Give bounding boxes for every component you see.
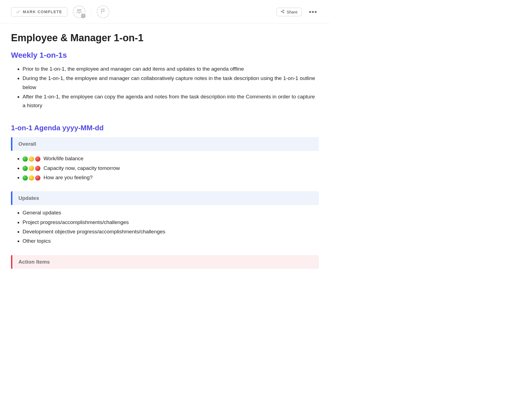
check-icon (16, 10, 20, 14)
svg-point-1 (79, 9, 81, 11)
section-header-updates: Updates (11, 191, 319, 205)
list-item-text: How are you feeling? (43, 175, 93, 180)
people-icon (76, 9, 82, 15)
list-item: Prior to the 1-on-1, the employee and ma… (23, 65, 319, 73)
share-label: Share (287, 10, 298, 14)
share-button[interactable]: Share (276, 8, 302, 16)
traffic-light-icon (23, 166, 40, 171)
list-item: During the 1-on-1, the employee and mana… (23, 74, 319, 92)
list-item-text: Capacity now, capacity tomorrow (43, 165, 120, 171)
updates-item-list: General updates Project progress/accompl… (16, 208, 319, 245)
add-people-button[interactable]: + (73, 5, 85, 18)
list-item: Development objective progress/accomplis… (23, 227, 319, 236)
document-content: Employee & Manager 1-on-1 Weekly 1-on-1s… (0, 24, 330, 283)
flag-icon (100, 8, 106, 15)
section-header-label: Updates (18, 195, 39, 201)
mark-complete-label: MARK COMPLETE (23, 10, 62, 14)
list-item-text: Work/life balance (43, 156, 83, 161)
ellipsis-icon: ••• (309, 8, 317, 16)
add-flag-button[interactable] (97, 5, 109, 18)
page-title: Employee & Manager 1-on-1 (11, 32, 319, 44)
toolbar-divider (91, 7, 91, 17)
agenda-heading: 1-on-1 Agenda yyyy-MM-dd (11, 124, 319, 132)
traffic-light-icon (23, 156, 40, 162)
list-item: How are you feeling? (23, 173, 319, 182)
list-item: Capacity now, capacity tomorrow (23, 164, 319, 173)
list-item: General updates (23, 208, 319, 217)
traffic-light-icon (23, 175, 40, 181)
plus-icon: + (81, 14, 85, 18)
weekly-bullet-list: Prior to the 1-on-1, the employee and ma… (16, 65, 319, 110)
overall-item-list: Work/life balance Capacity now, capacity… (16, 154, 319, 182)
list-item: Project progress/accomplishments/challen… (23, 218, 319, 227)
mark-complete-button[interactable]: MARK COMPLETE (11, 7, 67, 16)
list-item: Work/life balance (23, 154, 319, 163)
section-header-label: Overall (18, 141, 36, 147)
svg-point-2 (281, 11, 282, 12)
weekly-heading: Weekly 1-on-1s (11, 51, 319, 60)
section-header-overall: Overall (11, 137, 319, 151)
more-actions-button[interactable]: ••• (307, 8, 319, 16)
svg-point-0 (77, 9, 79, 11)
section-header-action-items: Action Items (11, 255, 319, 269)
toolbar: MARK COMPLETE + (0, 0, 330, 24)
list-item: After the 1-on-1, the employee can copy … (23, 92, 319, 110)
share-icon (281, 10, 284, 14)
list-item: Other topics (23, 237, 319, 245)
section-header-label: Action Items (18, 259, 50, 265)
